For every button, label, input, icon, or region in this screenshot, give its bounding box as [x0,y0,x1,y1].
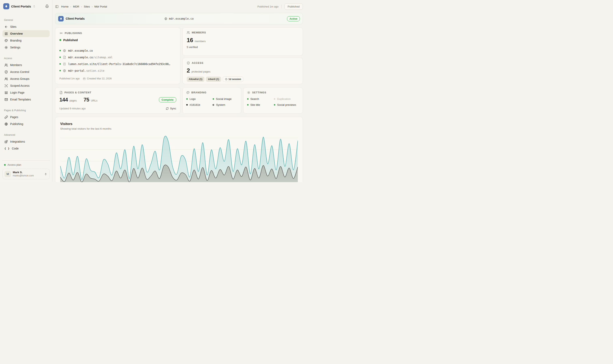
main-content: Home › MDR › Sites › Mdr Portal Publishe… [52,0,306,182]
sidebar-divider [2,160,50,161]
chevron-right-icon: › [81,5,82,8]
url-row-sitemap[interactable]: mdr.exxample.co/sitemap.xml [59,54,176,61]
status-dot-green [186,98,188,100]
settings-search-item: Search [247,97,272,101]
sidebar-item-scoped-access[interactable]: Scoped Access [2,82,50,89]
user-menu[interactable]: M Mark S. marks@lumon.com [2,169,50,179]
sidebar-item-label: Pages [10,116,18,119]
publishing-card-footer: Published 1m ago Created Mar 22, 2026 [59,77,176,80]
members-card: MEMBERS 16 members 5 verified [182,27,303,56]
url-row-subdomain[interactable]: mdr-portal.sotion.site [59,67,176,74]
published-ago-text: Published 1m ago [257,5,279,8]
pages-stats-row: 144 pages 75 URLs Complete [59,97,176,103]
workspace-logo [3,3,9,9]
created-date: Created Mar 22, 2026 [83,77,112,80]
section-label-access: Access [4,57,50,60]
sidebar-item-publishing[interactable]: Publishing [2,120,50,127]
members-count-label: members [195,40,206,43]
notifications-bell-icon[interactable] [45,4,49,8]
breadcrumb-mdr[interactable]: MDR [73,5,79,8]
palette-icon [186,91,189,94]
sidebar-item-access-control[interactable]: Access Control [2,68,50,75]
sidebar-item-pages[interactable]: Pages [2,114,50,120]
sidebar-item-label: Members [10,63,22,67]
visitors-subtitle: Showing total visitors for the last 6 mo… [60,127,298,130]
gear-icon [4,46,8,49]
arrow-left-icon [4,25,8,28]
card-title: PUBLISHING [65,32,82,35]
sidebar-item-sites[interactable]: Sites [2,23,50,30]
sidebar-item-overview[interactable]: Overview [2,30,50,37]
active-status-badge: Active [287,16,300,21]
access-count-line: 2 protected pages [187,67,299,74]
url-text: mdr.exxample.co/sitemap.xml [68,56,112,59]
scan-target-icon [4,84,8,88]
session-badge: 1d session [223,77,243,82]
published-button[interactable]: Published [284,3,303,10]
sidebar-toggle-icon[interactable] [55,5,59,8]
sidebar-item-members[interactable]: Members [2,62,50,68]
url-row-notion[interactable]: lumon.notion.site/Client-Portals-31a8a9c… [59,61,176,67]
sidebar-item-code[interactable]: { } Code [2,145,50,152]
users-icon [4,63,8,67]
clock-icon [225,78,227,80]
url-text: mdr.exxample.co [68,49,93,52]
sidebar-item-email-templates[interactable]: Email Templates [2,96,50,103]
settings-card: SETTINGS Search Duplication Site title S… [243,87,303,114]
calendar-icon [83,77,86,80]
card-title: SETTINGS [252,91,266,94]
sidebar-item-label: Access Groups [10,77,29,80]
pages-stats: 144 pages 75 URLs [59,97,97,103]
sidebar-item-label: Access Control [10,70,29,74]
settings-card-header: SETTINGS [247,91,299,94]
water-drop-icon [4,4,8,8]
curly-braces-icon: { } [4,147,10,150]
branding-card: BRANDING Logo Social image #18181b Syste… [182,87,241,114]
site-domain: mdr.exxample.co [169,17,194,20]
sidebar-item-label: Publishing [10,122,23,126]
card-title: ACCESS [192,62,203,65]
url-row-domain[interactable]: mdr.exxample.co [59,47,176,54]
sidebar-item-access-groups[interactable]: Access Groups [2,75,50,82]
visitors-title: Visitors [60,122,298,126]
card-title: PAGES & CONTENT [65,91,92,94]
card-title: BRANDING [191,91,207,94]
breadcrumb-home[interactable]: Home [61,5,68,8]
link-icon [4,116,8,119]
chevrons-up-down-icon [44,173,47,175]
users-icon [187,31,190,34]
protected-pages-count: 2 [187,67,190,74]
topbar: Home › MDR › Sites › Mdr Portal Publishe… [55,0,303,13]
sidebar-item-integrations[interactable]: Integrations [2,138,50,145]
topbar-right: Published 1m ago Published [257,3,303,10]
section-label-general: General [4,19,50,22]
sidebar-item-settings[interactable]: Settings [2,44,50,51]
visitors-chart [60,133,298,182]
file-icon [63,56,66,59]
members-card-header: MEMBERS [187,31,299,34]
shield-check-icon [4,70,8,74]
status-dot [59,63,61,65]
sidebar-item-label: Overview [10,32,23,35]
access-plan-label: Access plan [8,163,21,166]
globe-icon [63,69,66,72]
pages-content-card: PAGES & CONTENT 144 pages 75 URLs Comple… [55,87,180,114]
sidebar-item-login-page[interactable]: Login Page [2,89,50,96]
workspace-switcher[interactable]: Client Portals [2,3,50,9]
globe-icon [63,49,66,52]
notes-icon [63,62,66,66]
chevrons-up-down-icon[interactable] [33,5,36,8]
publishing-card: PUBLISHING Published mdr.exxample.co [55,27,180,84]
site-domain-group[interactable]: mdr.exxample.co [164,17,194,20]
color-dot-black [186,104,188,105]
blocks-icon [4,140,8,143]
sidebar-item-label: Email Templates [10,98,31,101]
sync-button[interactable]: Sync [166,107,176,110]
branding-card-header: BRANDING [186,91,237,94]
breadcrumb-sites[interactable]: Sites [84,5,90,8]
access-card: ACCESS 2 protected pages Allowlist (1) i… [182,58,303,84]
sidebar-item-branding[interactable]: Branding [2,37,50,44]
user-email: marks@lumon.com [13,174,34,177]
published-ago: Published 1m ago [59,77,80,80]
status-dot-gray [274,98,275,100]
